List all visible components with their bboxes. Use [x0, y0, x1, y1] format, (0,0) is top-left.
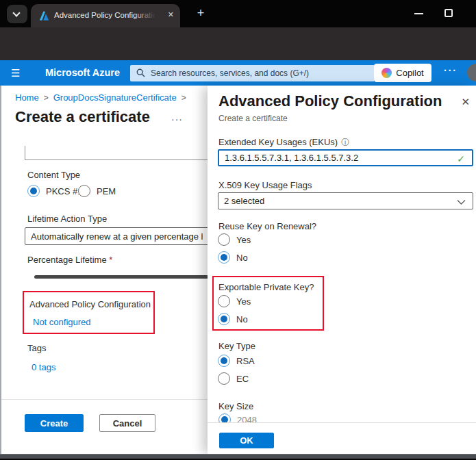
create-button[interactable]: Create	[25, 414, 84, 432]
radio-label: 2048	[237, 415, 257, 423]
eku-input[interactable]: 1.3.6.1.5.5.7.3.1, 1.3.6.1.5.5.7.3.2 ✓	[218, 149, 473, 166]
radio-label: PEM	[97, 186, 116, 196]
new-tab-button[interactable]: +	[193, 5, 208, 21]
tab-search-button[interactable]	[7, 5, 27, 23]
panel-title: Advanced Policy Configuration	[218, 92, 442, 110]
valid-check-icon: ✓	[457, 153, 465, 164]
page-title-more-icon[interactable]: ···	[171, 114, 183, 125]
window-bottom-border	[0, 454, 476, 460]
browser-tab-bar: Advanced Policy Configuration ✕ +	[0, 0, 476, 27]
content-type-radio-pem[interactable]: PEM	[78, 185, 116, 197]
azure-brand[interactable]: Microsoft Azure	[45, 67, 120, 78]
breadcrumb: Home>GroupDocsSignatureCertificate>	[15, 92, 191, 103]
copilot-label: Copilot	[396, 68, 423, 78]
percentage-lifetime-label: Percentage Lifetime *	[27, 255, 112, 265]
reuse-key-radio-yes[interactable]: Yes	[218, 233, 251, 246]
tab-title-fade	[134, 8, 165, 25]
radio-label: EC	[236, 374, 249, 384]
browser-window: Advanced Policy Configuration ✕ + ← →	[0, 0, 476, 460]
tab-close-icon[interactable]: ✕	[168, 10, 174, 19]
radio-selected-icon	[218, 313, 230, 325]
exportable-key-radio-yes[interactable]: Yes	[218, 295, 251, 307]
reuse-key-label: Reuse Key on Renewal?	[218, 221, 316, 231]
breadcrumb-home-link[interactable]: Home	[15, 92, 39, 103]
required-asterisk: *	[109, 255, 112, 265]
search-icon	[136, 68, 145, 77]
close-icon[interactable]: ✕	[461, 96, 470, 108]
copilot-icon	[381, 68, 392, 78]
radio-unselected-icon	[78, 185, 90, 197]
lifetime-action-select[interactable]: Automatically renew at a given percentag…	[25, 227, 210, 245]
footer-divider	[0, 399, 208, 400]
advanced-policy-label: Advanced Policy Configuration	[29, 299, 151, 309]
exportable-key-radio-no[interactable]: No	[218, 313, 248, 325]
radio-label: No	[236, 253, 248, 263]
search-input[interactable]: Search resources, services, and docs (G+…	[130, 65, 374, 81]
cancel-button[interactable]: Cancel	[99, 414, 155, 432]
exportable-key-label: Exportable Private Key?	[218, 282, 314, 292]
lifetime-action-value: Automatically renew at a given percentag…	[31, 231, 203, 242]
radio-label: Yes	[236, 296, 251, 307]
maximize-button[interactable]	[444, 9, 453, 17]
radio-selected-icon	[27, 185, 40, 197]
radio-selected-icon	[218, 251, 230, 264]
breadcrumb-separator: >	[39, 93, 53, 103]
radio-label: RSA	[236, 356, 255, 366]
browser-address-row: ← → portal.azure.co...	[0, 27, 476, 60]
key-usage-select[interactable]: 2 selected	[218, 192, 473, 209]
breadcrumb-parent-link[interactable]: GroupDocsSignatureCertificate	[53, 92, 177, 103]
key-type-label: Key Type	[218, 341, 255, 351]
radio-label: No	[236, 314, 248, 324]
key-size-label: Key Size	[218, 401, 253, 411]
lifetime-action-label: Lifetime Action Type	[27, 214, 107, 224]
breadcrumb-separator: >	[177, 93, 191, 103]
key-type-radio-ec[interactable]: EC	[218, 372, 249, 385]
radio-unselected-icon	[218, 233, 230, 246]
key-usage-value: 2 selected	[224, 196, 264, 206]
azure-logo-icon	[39, 11, 49, 21]
radio-unselected-icon	[218, 295, 230, 307]
minimize-button[interactable]	[414, 13, 423, 14]
chevron-down-icon	[12, 9, 20, 16]
eku-label: Extended Key Usages (EKUs)ⓘ	[218, 137, 349, 149]
highlight-box-advanced-policy	[23, 291, 155, 334]
info-icon[interactable]: ⓘ	[341, 138, 349, 147]
panel-subtitle: Create a certificate	[218, 114, 288, 123]
key-size-radio-2048-clipped[interactable]: 2048	[218, 413, 355, 422]
radio-selected-icon	[218, 355, 230, 367]
browser-tab[interactable]: Advanced Policy Configuration ✕	[31, 4, 180, 27]
key-type-radio-rsa[interactable]: RSA	[218, 355, 255, 367]
ok-button[interactable]: OK	[219, 433, 274, 448]
copilot-button[interactable]: Copilot	[374, 64, 431, 82]
tags-link[interactable]: 0 tags	[32, 362, 55, 372]
not-configured-link[interactable]: Not configured	[33, 317, 91, 327]
tags-label: Tags	[27, 343, 46, 353]
reuse-key-radio-no[interactable]: No	[218, 251, 248, 264]
hamburger-menu-icon[interactable]: ☰	[11, 67, 20, 79]
content-type-label: Content Type	[27, 170, 80, 180]
more-menu-icon[interactable]: ···	[444, 65, 458, 76]
radio-selected-icon	[218, 413, 231, 422]
chevron-down-icon	[457, 199, 466, 205]
percentage-lifetime-slider[interactable]	[34, 275, 210, 279]
partial-text-field[interactable]	[25, 146, 210, 160]
window-left-border	[0, 86, 1, 454]
radio-unselected-icon	[218, 372, 230, 385]
search-placeholder: Search resources, services, and docs (G+…	[151, 68, 309, 78]
page-title: Create a certificate	[15, 108, 150, 126]
avatar[interactable]	[467, 64, 476, 81]
radio-label: Yes	[236, 235, 251, 245]
key-usage-label: X.509 Key Usage Flags	[218, 180, 312, 190]
eku-value: 1.3.6.1.5.5.7.3.1, 1.3.6.1.5.5.7.3.2	[225, 153, 358, 163]
advanced-policy-panel: Advanced Policy Configuration ✕ Create a…	[208, 86, 476, 455]
azure-top-bar: ☰ Microsoft Azure Search resources, serv…	[0, 60, 476, 86]
panel-footer: OK	[208, 422, 476, 455]
